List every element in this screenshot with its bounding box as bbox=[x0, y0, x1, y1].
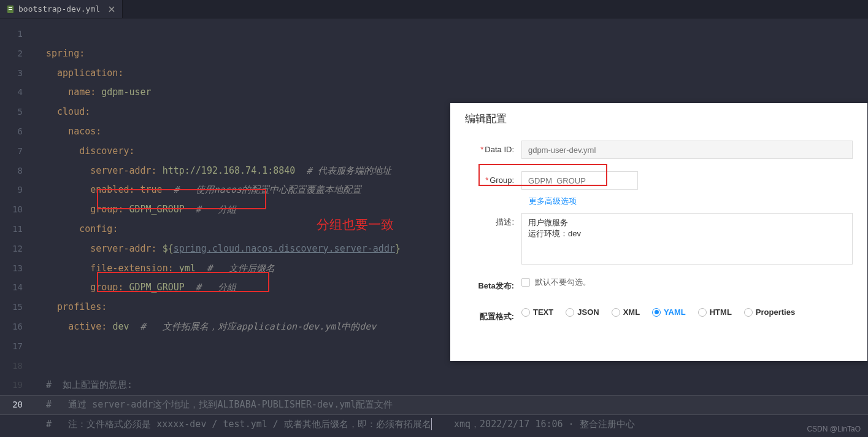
yaml-key: server-addr bbox=[90, 243, 151, 254]
yaml-key: config bbox=[79, 223, 112, 234]
radio-xml[interactable]: XML bbox=[612, 307, 640, 317]
format-label: 配置格式: bbox=[465, 307, 521, 326]
config-panel: 编辑配置 *Data ID: *Group: 更多高级选项 描述: 用户微服务 … bbox=[450, 103, 867, 361]
yaml-placeholder: spring.cloud.nacos.discovery.server-addr bbox=[174, 243, 395, 254]
dataid-label: Data ID: bbox=[485, 145, 514, 154]
beta-hint: 默认不要勾选。 bbox=[535, 277, 591, 288]
comment: # 分組 bbox=[196, 204, 236, 215]
yaml-key: name bbox=[68, 87, 90, 98]
yaml-key: active bbox=[68, 321, 101, 332]
svg-rect-2 bbox=[9, 9, 12, 10]
watermark: CSDN @LinTaO bbox=[807, 425, 861, 433]
comment: # 注：文件格式必须是 xxxxx-dev / test.yml / 或者其他后… bbox=[46, 419, 431, 430]
group-input[interactable] bbox=[521, 171, 638, 190]
yaml-value: dev bbox=[112, 321, 129, 332]
yaml-value: gdpm-user bbox=[101, 87, 151, 98]
dataid-input[interactable] bbox=[521, 141, 853, 159]
more-options-link[interactable]: 更多高级选项 bbox=[450, 196, 867, 207]
close-icon[interactable] bbox=[107, 5, 116, 14]
group-label: Group: bbox=[490, 176, 514, 185]
yaml-key: cloud bbox=[57, 106, 85, 117]
yaml-key: application bbox=[57, 68, 118, 79]
tab-bar: bootstrap-dev.yml bbox=[0, 0, 868, 18]
comment: # 如上配置的意思: bbox=[46, 379, 133, 390]
yaml-value: yml bbox=[179, 263, 196, 274]
comment: # 代表服务端的地址 bbox=[306, 165, 391, 176]
yaml-key: group bbox=[90, 282, 118, 293]
yaml-value: true bbox=[140, 184, 163, 195]
yaml-key: spring bbox=[46, 48, 79, 59]
yaml-value: ${ bbox=[163, 243, 174, 254]
yaml-key: file-extension bbox=[90, 263, 167, 274]
format-radio-group: TEXT JSON XML YAML HTML Properties bbox=[521, 307, 795, 317]
svg-rect-1 bbox=[9, 7, 12, 8]
yaml-key: enabled bbox=[90, 184, 129, 195]
text-cursor bbox=[431, 418, 432, 430]
desc-textarea[interactable]: 用户微服务 运行环境：dev bbox=[521, 213, 853, 265]
beta-label: Beta发布: bbox=[465, 277, 521, 295]
yaml-key: profiles bbox=[57, 301, 101, 312]
yaml-key: server-addr bbox=[90, 165, 151, 176]
yaml-key: nacos bbox=[68, 126, 96, 137]
radio-text[interactable]: TEXT bbox=[521, 307, 553, 317]
comment: # 通过 server-addr这个地址，找到ALIBABA-PUBLISHER… bbox=[46, 399, 393, 410]
desc-label: 描述: bbox=[465, 213, 521, 231]
tab-filename: bootstrap-dev.yml bbox=[18, 4, 100, 14]
radio-properties[interactable]: Properties bbox=[744, 307, 795, 317]
comment: # 文件拓展名，对应application-dev.yml中的dev bbox=[140, 321, 377, 332]
comment: # 使用nacos的配置中心配置覆盖本地配置 bbox=[174, 184, 361, 195]
radio-yaml[interactable]: YAML bbox=[652, 307, 686, 317]
yaml-value: GDPM_GROUP bbox=[129, 204, 184, 215]
radio-json[interactable]: JSON bbox=[566, 307, 599, 317]
comment: xmq，2022/2/17 16:06 · 整合注册中心 bbox=[443, 419, 635, 430]
gutter: 1234 5678 9101112 13141516 17181920 bbox=[0, 18, 34, 437]
yaml-value: GDPM_GROUP bbox=[129, 282, 184, 293]
yaml-file-icon bbox=[6, 5, 15, 14]
annotation-text: 分组也要一致 bbox=[317, 216, 394, 233]
comment: # 分組 bbox=[196, 282, 236, 293]
yaml-key: group bbox=[90, 204, 118, 215]
yaml-key: discovery bbox=[79, 145, 129, 157]
beta-checkbox[interactable] bbox=[521, 278, 530, 287]
comment: # 文件后缀名 bbox=[207, 263, 275, 274]
radio-html[interactable]: HTML bbox=[698, 307, 732, 317]
file-tab[interactable]: bootstrap-dev.yml bbox=[0, 0, 123, 18]
yaml-value: http://192.168.74.1:8840 bbox=[163, 165, 296, 176]
panel-title: 编辑配置 bbox=[450, 103, 867, 134]
